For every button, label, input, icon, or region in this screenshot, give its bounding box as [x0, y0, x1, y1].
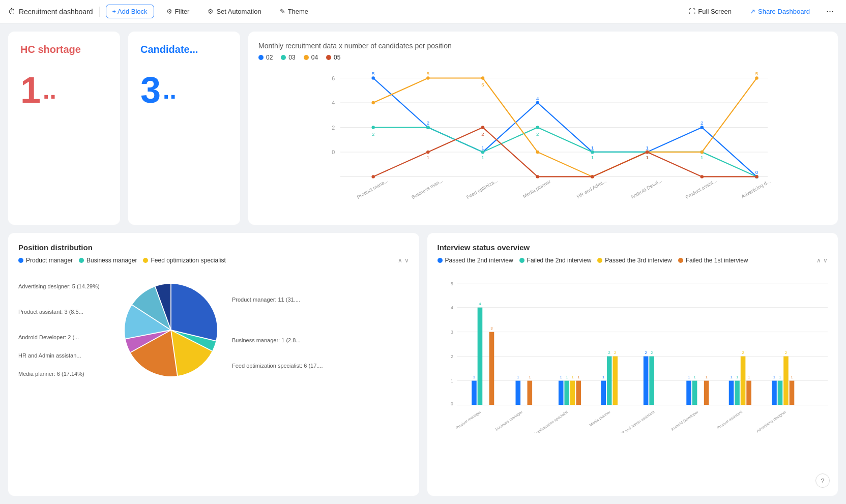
legend-p2-dot [437, 258, 443, 263]
line-chart-card: Monthly recruitment data x number of can… [248, 32, 838, 225]
hc-shortage-value: 1 [20, 72, 41, 108]
svg-text:Feed optimization specialist: Feed optimization specialist [527, 409, 569, 433]
svg-text:1: 1 [560, 375, 562, 379]
legend-p2: Passed the 2nd interview [437, 257, 513, 264]
position-dist-legend: Product manager Business manager Feed op… [18, 257, 409, 264]
svg-point-35 [701, 126, 704, 129]
svg-text:1: 1 [577, 375, 579, 379]
legend-p2-label: Passed the 2nd interview [445, 257, 513, 264]
header-right: ⛶ Full Screen ↗ Share Dashboard ··· [683, 5, 838, 18]
legend-pm-label: Product manager [26, 257, 73, 264]
candidate-label: Candidate... [140, 44, 228, 55]
position-dist-card: Position distribution Product manager Bu… [8, 233, 419, 496]
svg-rect-133 [777, 381, 782, 405]
svg-rect-129 [746, 381, 751, 405]
svg-text:1: 1 [591, 145, 594, 151]
legend-03-label: 03 [288, 54, 295, 61]
line-chart-title: Monthly recruitment data x number of can… [258, 42, 828, 50]
svg-text:1: 1 [747, 375, 749, 379]
theme-icon: ✎ [280, 8, 285, 15]
svg-point-57 [591, 175, 594, 178]
svg-text:3: 3 [490, 326, 492, 331]
svg-point-37 [371, 126, 374, 129]
svg-rect-99 [558, 381, 563, 405]
svg-text:HR and Admin assistant: HR and Admin assistant [618, 409, 655, 433]
svg-text:1: 1 [646, 155, 648, 160]
svg-rect-121 [704, 381, 709, 405]
pie-label-fos-right: Feed optimization specialist: 6 (17.... [232, 363, 329, 369]
main-content: HC shortage 1 .. Candidate... 3 .. Month… [0, 23, 846, 504]
add-block-button[interactable]: + Add Block [106, 5, 154, 18]
legend-f2-label: Failed the 2nd interview [527, 257, 592, 264]
svg-text:1: 1 [791, 375, 793, 379]
legend-fos: Feed optimization specialist [143, 257, 225, 264]
filter-button[interactable]: ⚙ Filter [160, 5, 196, 18]
svg-rect-117 [686, 381, 691, 405]
candidate-dots: .. [163, 76, 177, 104]
svg-rect-115 [649, 357, 654, 405]
svg-text:5: 5 [755, 71, 758, 76]
line-chart-svg-container: 6 4 2 0 5 2 [258, 67, 828, 210]
svg-text:1: 1 [473, 375, 475, 379]
svg-text:2: 2 [784, 350, 786, 355]
more-options-button[interactable]: ··· [822, 6, 838, 17]
pie-labels-left: Advertising designer: 5 (14.29%) Product… [18, 283, 110, 377]
svg-point-40 [536, 126, 539, 129]
svg-rect-105 [576, 381, 581, 405]
svg-text:1: 1 [602, 375, 604, 379]
legend-05-label: 05 [334, 54, 340, 61]
help-button[interactable]: ? [815, 473, 830, 488]
bar-chart-container: 5 4 3 2 1 0 1 4 [437, 270, 828, 433]
pie-label-mp: Media planner: 6 (17.14%) [18, 371, 110, 377]
svg-rect-93 [489, 332, 494, 405]
svg-text:Feed optimiza...: Feed optimiza... [465, 177, 499, 200]
legend-p3-dot [597, 258, 602, 263]
pie-label-bm-right: Business manager: 1 (2.8... [232, 337, 329, 343]
svg-text:5: 5 [481, 82, 484, 87]
svg-text:4: 4 [450, 305, 453, 310]
svg-text:1: 1 [481, 155, 484, 160]
legend-02-label: 02 [266, 54, 273, 61]
svg-point-59 [701, 175, 704, 178]
svg-text:1: 1 [450, 378, 453, 383]
svg-text:6: 6 [332, 75, 335, 81]
pie-labels-right: Product manager: 11 (31.... Business man… [232, 291, 329, 369]
legend-03: 03 [281, 54, 295, 61]
candidate-value: 3 [140, 72, 161, 108]
theme-button[interactable]: ✎ Theme [274, 5, 314, 18]
pie-label-ad: Advertising designer: 5 (14.29%) [18, 283, 110, 289]
interview-legend-chevrons: ∧ ∨ [816, 257, 828, 264]
share-dashboard-button[interactable]: ↗ Share Dashboard [744, 5, 816, 18]
legend-chevrons: ∧ ∨ [398, 257, 409, 264]
legend-p3: Passed the 3rd interview [597, 257, 672, 264]
svg-text:2: 2 [645, 350, 647, 355]
top-row: HC shortage 1 .. Candidate... 3 .. Month… [8, 32, 838, 225]
pie-chart-svg [120, 274, 222, 386]
svg-point-52 [755, 76, 758, 79]
svg-rect-95 [515, 381, 520, 405]
header-left: ⏱ Recruitment dashboard + Add Block ⚙ Fi… [8, 5, 679, 18]
svg-text:3: 3 [450, 330, 453, 335]
set-automation-button[interactable]: ⚙ Set Automation [201, 5, 267, 18]
filter-icon: ⚙ [166, 8, 172, 15]
bottom-row: Position distribution Product manager Bu… [8, 233, 838, 496]
automation-icon: ⚙ [208, 8, 214, 15]
svg-point-55 [481, 126, 484, 129]
full-screen-button[interactable]: ⛶ Full Screen [683, 5, 738, 18]
share-icon: ↗ [750, 8, 755, 15]
legend-f1: Failed the 1st interview [678, 257, 748, 264]
svg-rect-103 [570, 381, 575, 405]
legend-02: 02 [258, 54, 273, 61]
svg-point-38 [426, 126, 429, 129]
svg-text:1: 1 [779, 375, 781, 379]
svg-rect-127 [740, 357, 745, 405]
svg-text:2: 2 [701, 120, 703, 126]
legend-05-dot [326, 55, 331, 60]
svg-text:HR and Admi...: HR and Admi... [576, 178, 607, 199]
line-chart-legend: 02 03 04 05 [258, 54, 828, 61]
pie-label-android: Android Developer: 2 (... [18, 334, 110, 340]
svg-text:0: 0 [755, 169, 759, 175]
svg-point-53 [371, 175, 374, 178]
svg-point-56 [536, 175, 539, 178]
svg-rect-125 [735, 381, 740, 405]
